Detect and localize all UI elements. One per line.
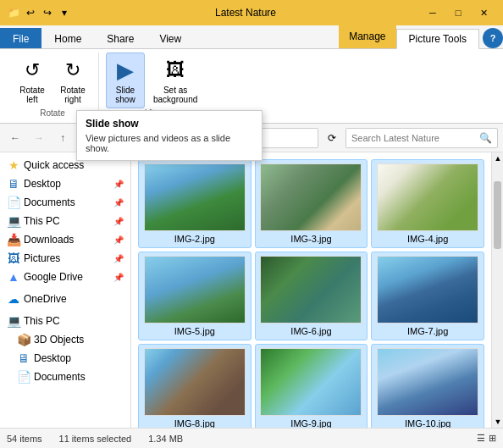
file-name: IMG-6.jpg [290,326,331,336]
sidebar-thispc-label: This PC [24,215,60,227]
main-area: ★ Quick access 🖥 Desktop 📌 📄 Documents 📌… [0,152,503,428]
sidebar-item-onedrive[interactable]: ☁ OneDrive [0,290,130,308]
sidebar-item-pictures[interactable]: 🖼 Pictures 📌 [0,249,130,268]
list-item[interactable]: IMG-10.jpg [371,344,484,428]
rotate-left-button[interactable]: ↺ Rotate left [14,53,51,108]
search-icon: 🔍 [479,132,492,144]
search-box[interactable]: 🔍 [345,128,498,148]
sidebar-documents-label: Documents [24,196,75,208]
list-item[interactable]: IMG-5.jpg [138,252,252,340]
thispc-root-icon: 💻 [7,314,20,328]
scrollbar[interactable]: ▲ ▼ [491,152,503,428]
back-button[interactable]: ← [5,128,25,148]
slide-show-button[interactable]: ▶ Slide show [106,53,145,108]
tooltip-title: Slide show [86,118,253,130]
file-name: IMG-3.jpg [290,234,331,244]
file-name: IMG-5.jpg [174,326,215,336]
sidebar-downloads-label: Downloads [24,234,74,246]
pin-icon-4: 📌 [113,235,124,245]
redo-icon[interactable]: ↪ [41,6,54,19]
file-name: IMG-2.jpg [174,234,215,244]
status-bar: 54 items 11 items selected 1.34 MB ☰ ⊞ [0,428,503,448]
set-background-button[interactable]: 🖼 Set as background [148,53,202,108]
set-background-icon: 🖼 [162,57,189,84]
file-thumbnail [260,163,362,231]
file-area: IMG-2.jpgIMG-3.jpgIMG-4.jpgIMG-5.jpgIMG-… [131,152,491,428]
status-selected: 11 items selected [59,434,132,444]
window-title: Latest Nature [76,7,415,19]
scroll-thumb[interactable] [494,181,501,249]
maximize-button[interactable]: □ [445,0,471,25]
folder-icon-small: 📁 [7,6,20,19]
grid-view-icon[interactable]: ⊞ [489,433,496,444]
list-item[interactable]: IMG-8.jpg [138,344,252,428]
view-buttons: ▶ Slide show 🖼 Set as background [106,53,202,108]
list-item[interactable]: IMG-9.jpg [255,344,368,428]
rotate-left-label: Rotate left [19,86,44,104]
set-background-label: Set as background [153,86,197,104]
dropdown-icon[interactable]: ▾ [58,6,71,19]
3dobjects-icon: 📦 [17,333,30,346]
tab-picture-tools[interactable]: Picture Tools [396,29,479,49]
rotate-right-button[interactable]: ↻ Rotate right [54,53,91,108]
sidebar-item-documents[interactable]: 📄 Documents 📌 [0,193,130,212]
sidebar-item-desktop-2[interactable]: 🖥 Desktop [0,349,130,368]
sidebar-item-3d-objects[interactable]: 📦 3D Objects [0,330,130,349]
list-item[interactable]: IMG-6.jpg [255,252,368,340]
status-right: ☰ ⊞ [477,433,496,444]
list-item[interactable]: IMG-3.jpg [255,159,368,248]
minimize-button[interactable]: ─ [420,0,445,25]
list-view-icon[interactable]: ☰ [477,433,485,444]
pin-icon-5: 📌 [113,254,124,263]
forward-button[interactable]: → [29,128,49,148]
sidebar-thispc-root-label: This PC [24,315,60,327]
sidebar-item-desktop[interactable]: 🖥 Desktop 📌 [0,174,130,193]
window-controls: ─ □ ✕ [420,0,496,25]
tab-view[interactable]: View [146,28,194,48]
up-button[interactable]: ↑ [53,128,73,148]
title-bar-icons: 📁 ↩ ↪ ▾ [7,6,71,19]
thispc-folder-icon: 💻 [7,214,20,228]
refresh-button[interactable]: ⟳ [322,128,342,148]
sidebar-item-downloads[interactable]: 📥 Downloads 📌 [0,230,130,249]
list-item[interactable]: IMG-2.jpg [138,159,252,248]
desktop-folder-icon: 🖥 [7,177,20,191]
scroll-up-button[interactable]: ▲ [492,152,503,164]
tab-share[interactable]: Share [94,28,146,48]
tooltip-description: View pictures and videos as a slide show… [86,133,253,153]
sidebar-onedrive-label: OneDrive [24,293,67,305]
quick-access-icon: ★ [7,158,20,172]
sidebar-3dobjects-label: 3D Objects [34,334,84,346]
undo-icon[interactable]: ↩ [24,6,37,19]
rotate-right-icon: ↻ [59,57,86,84]
pictures-folder-icon: 🖼 [7,252,20,265]
quick-access-label: Quick access [24,159,84,171]
status-size: 1.34 MB [148,434,183,444]
documents-folder-icon: 📄 [7,196,20,209]
file-thumbnail [377,256,478,324]
file-name: IMG-8.jpg [174,418,215,428]
ribbon-tabs: File Home Share View Manage Picture Tool… [0,25,503,49]
file-thumbnail [144,348,246,416]
list-item[interactable]: IMG-4.jpg [371,159,484,248]
rotate-buttons: ↺ Rotate left ↻ Rotate right [14,53,91,108]
rotate-right-label: Rotate right [60,86,85,104]
close-button[interactable]: ✕ [471,0,496,25]
file-grid: IMG-2.jpgIMG-3.jpgIMG-4.jpgIMG-5.jpgIMG-… [131,152,491,428]
sidebar-item-thispc-root[interactable]: 💻 This PC [0,312,130,330]
googledrive-folder-icon: ▲ [7,270,20,284]
sidebar-item-documents-2[interactable]: 📄 Documents [0,368,130,386]
list-item[interactable]: IMG-7.jpg [371,252,484,340]
slide-show-label: Slide show [115,86,135,104]
tab-file[interactable]: File [0,28,41,48]
sidebar-item-googledrive[interactable]: ▲ Google Drive 📌 [0,268,130,286]
title-bar: 📁 ↩ ↪ ▾ Latest Nature ─ □ ✕ [0,0,503,25]
file-thumbnail [260,348,362,416]
help-button[interactable]: ? [483,28,503,48]
documents2-icon: 📄 [17,370,30,384]
sidebar-item-thispc[interactable]: 💻 This PC 📌 [0,212,130,230]
scroll-down-button[interactable]: ▼ [492,416,503,428]
search-input[interactable] [351,133,479,143]
manage-label: Manage [339,25,395,48]
tab-home[interactable]: Home [41,28,94,48]
